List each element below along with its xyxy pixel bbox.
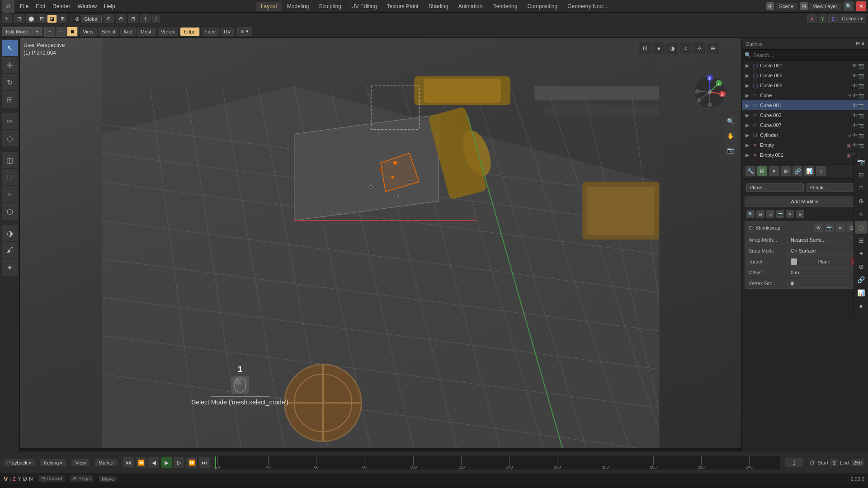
render-icon[interactable]: 📷 [858, 122, 864, 128]
scale-tool[interactable]: ⊞ [2, 91, 18, 108]
z-axis-btn[interactable]: Z [828, 14, 838, 23]
outliner-item-cube001[interactable]: ▶ □ Cube.001 👁 📷 [742, 100, 868, 110]
x-axis-btn[interactable]: X [807, 14, 817, 23]
navigation-gizmo[interactable]: Y X Z [692, 74, 728, 110]
edge-mode-btn[interactable]: — [56, 27, 66, 37]
face-select-btn[interactable]: ◪ [47, 14, 57, 23]
begin-status-btn[interactable]: ⊕ Begin [70, 475, 94, 482]
props-output-tab[interactable]: ⊟ [855, 169, 868, 181]
brush-tool[interactable]: 🖌 [2, 242, 18, 258]
workspace-modeling[interactable]: Modeling [283, 2, 314, 11]
extra-select-btn[interactable]: ⊞ [57, 14, 67, 23]
mesh-menu-btn[interactable]: Mesh [137, 28, 156, 36]
cursor-tool[interactable]: ↖ [2, 40, 18, 56]
select-box-btn[interactable]: ⊡ [14, 14, 24, 23]
add-menu-btn[interactable]: Add [120, 28, 136, 36]
next-keyframe-btn[interactable]: ⏩ [186, 457, 197, 468]
props-modifier-icon-active[interactable]: ⊟ [757, 166, 767, 176]
modifier-view-icon[interactable]: □ [766, 210, 774, 218]
visibility-icon[interactable]: 👁 [852, 122, 857, 128]
outliner-search-input[interactable] [753, 52, 865, 58]
app-logo[interactable]: ⬡ [2, 0, 14, 13]
props-scene-tab[interactable]: ⊕ [855, 195, 868, 207]
keying-btn[interactable]: Keying ▾ [40, 459, 66, 466]
props-physics-icon[interactable]: ⊕ [781, 166, 791, 176]
snap-btn[interactable]: ⊙ [104, 14, 114, 23]
measure-tool[interactable]: ◫ [2, 152, 18, 168]
props-object-tab[interactable]: ◌ [855, 221, 868, 234]
uv-menu-btn[interactable]: UV [221, 28, 234, 36]
outliner-item-circle005[interactable]: ▶ ◯ Circle.005 👁 📷 [742, 70, 868, 80]
props-view-tab[interactable]: □ [855, 182, 868, 194]
viewport-shading-material[interactable]: ◑ [666, 42, 678, 54]
prev-frame-btn[interactable]: ◀ [148, 457, 159, 468]
start-frame-input[interactable]: 1 [830, 459, 838, 466]
menu-window[interactable]: Window [74, 2, 100, 10]
workspace-uv-editing[interactable]: UV Editing [347, 2, 382, 11]
props-particles-icon[interactable]: ✦ [769, 166, 779, 176]
grid-btn[interactable]: ⊞ [128, 14, 138, 23]
props-tools-icon[interactable]: 🔧 [745, 166, 755, 176]
timeline-playhead[interactable] [215, 456, 216, 469]
view-layer-selector[interactable]: View Layer [809, 3, 841, 10]
add-cylinder-tool[interactable]: ⬡ [2, 203, 18, 220]
extra-tool[interactable]: ✦ [2, 259, 18, 276]
workspace-rendering[interactable]: Rendering [488, 2, 522, 11]
prev-keyframe-btn[interactable]: ⏪ [136, 457, 146, 468]
outliner-item-cylinder[interactable]: ▶ ⬡ Cylinder ⊟ 👁 📷 [742, 130, 868, 140]
outliner-item-empty001[interactable]: ▶ ✕ Empty.001 ▣ 👁 📷 [742, 150, 868, 160]
modifier-filter-icon[interactable]: 🔍 [746, 210, 755, 218]
scene-selector[interactable]: Scene [776, 3, 797, 10]
outliner-item-cube007[interactable]: ▶ □ Cube.007 👁 📷 [742, 120, 868, 130]
outliner-sort-btn[interactable]: ≡ [862, 41, 864, 47]
outliner-item-cube[interactable]: ▶ □ Cube ⊟ 👁 📷 [742, 90, 868, 100]
outliner-item-circle008[interactable]: ▶ ◯ Circle.008 👁 📷 [742, 80, 868, 90]
close-btn[interactable]: ✕ [856, 1, 866, 11]
edit-mode-selector[interactable]: Edit Mode ▾ [2, 27, 42, 36]
props-material-tab[interactable]: ● [855, 300, 868, 312]
props-particles-tab[interactable]: ✦ [855, 247, 868, 260]
viewport-overlay-btn[interactable]: ⊹ [693, 42, 705, 54]
render-icon[interactable]: 📷 [858, 113, 864, 118]
menu-render[interactable]: Render [49, 2, 74, 10]
add-sphere-tool[interactable]: ○ [2, 186, 18, 202]
timeline-scrubber[interactable]: 20 40 60 80 100 120 140 160 180 200 220 … [215, 456, 779, 469]
view-timeline-btn[interactable]: View [71, 459, 90, 466]
vertex-menu-btn[interactable]: Vertex [158, 28, 178, 36]
options-btn[interactable]: Options ▾ [839, 14, 866, 23]
edge-menu-btn[interactable]: Edge [180, 27, 200, 36]
workspace-sculpting[interactable]: Sculpting [315, 2, 346, 11]
workspace-layout[interactable]: Layout [256, 2, 282, 11]
vertex-group-icon[interactable]: ▣ [788, 279, 797, 288]
mod-render-icon[interactable]: 📷 [825, 223, 834, 232]
render-icon[interactable]: 📷 [858, 83, 864, 89]
modifier-extra-icon[interactable]: ⊕ [796, 210, 804, 218]
slash-btn[interactable]: / [152, 15, 160, 23]
props-constraints-icon[interactable]: 🔗 [793, 166, 802, 176]
vertex-select-btn[interactable]: ⬤ [26, 14, 36, 23]
visibility-icon[interactable]: 👁 [852, 63, 857, 69]
viewport-3d[interactable]: User Perspective (1) Plane.004 Y X Z [20, 38, 741, 451]
render-icon[interactable]: 📷 [858, 142, 864, 148]
props-world-tab[interactable]: ○ [855, 208, 868, 221]
proportional-edit-btn[interactable]: ⊙ ▾ [237, 27, 252, 36]
material-tool[interactable]: ◑ [2, 225, 18, 241]
viewport-gizmo-btn[interactable]: ⊕ [707, 42, 719, 54]
erase-tool[interactable]: ◌ [2, 130, 18, 146]
jump-end-btn[interactable]: ⏭ [199, 457, 210, 468]
pan-btn[interactable]: ✋ [724, 129, 737, 142]
zoom-in-btn[interactable]: 🔍 [724, 115, 737, 127]
visibility-icon[interactable]: 👁 [852, 142, 857, 148]
props-data-tab[interactable]: 📊 [855, 286, 868, 299]
outliner-filter-btn[interactable]: ⊟ [856, 41, 860, 47]
end-frame-input[interactable]: 250 [851, 459, 864, 466]
modifier-edit-icon[interactable]: ✏ [786, 210, 794, 218]
playback-btn[interactable]: Playback ▾ [4, 459, 35, 466]
jump-start-btn[interactable]: ⏮ [123, 457, 134, 468]
marker-btn[interactable]: Marker [95, 459, 118, 466]
object-name-input[interactable]: Plane... [746, 183, 804, 192]
workspace-shading[interactable]: Shading [424, 2, 453, 11]
props-modifier-tab[interactable]: ⊟ [855, 234, 868, 247]
mod-edit-icon[interactable]: ✏ [836, 223, 845, 232]
render-icon[interactable]: 📷 [858, 103, 864, 108]
